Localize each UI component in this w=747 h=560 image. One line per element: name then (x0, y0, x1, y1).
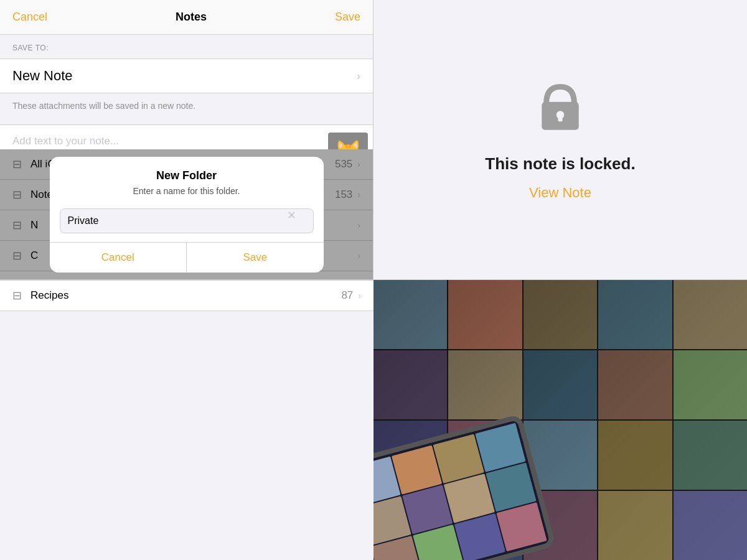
lock-icon-wrap (532, 78, 588, 137)
save-to-label: SAVE TO: (12, 44, 360, 52)
folder-name-input[interactable] (60, 208, 314, 233)
folder-icon: ⊟ (12, 289, 22, 302)
bottom-left-panel: ⊟ Recipes 87 › (0, 280, 374, 560)
locked-note-panel: This note is locked. View Note (374, 0, 747, 280)
add-text-placeholder: Add text to your note... (12, 133, 328, 147)
photo-cell (674, 421, 747, 490)
lock-icon (532, 78, 588, 134)
new-note-panel: Cancel Notes Save SAVE TO: New Note › Th… (0, 0, 374, 280)
folder-name: Recipes (31, 289, 341, 302)
photo-cell (374, 280, 447, 349)
photo-cell (524, 280, 597, 349)
new-folder-dialog: New Folder Enter a name for this folder.… (50, 157, 324, 273)
photo-cell (674, 350, 747, 419)
nav-title: Notes (176, 11, 207, 24)
folder-chevron-icon: › (358, 291, 361, 301)
photo-cell (598, 280, 672, 349)
dialog-input-row: ✕ (50, 200, 324, 242)
photo-cell (598, 421, 672, 490)
photo-cell (598, 491, 672, 560)
svg-rect-2 (558, 115, 562, 122)
dialog-title: New Folder (62, 169, 311, 182)
save-to-section: SAVE TO: (0, 35, 373, 56)
dialog-buttons: Cancel Save (50, 242, 324, 273)
view-note-button[interactable]: View Note (529, 185, 591, 201)
nav-bar: Cancel Notes Save (0, 0, 373, 35)
dialog-overlay: New Folder Enter a name for this folder.… (0, 149, 373, 279)
new-note-label: New Note (12, 68, 73, 84)
cancel-button[interactable]: Cancel (12, 11, 47, 24)
photo-cell (674, 280, 747, 349)
dialog-save-button[interactable]: Save (187, 243, 324, 273)
save-button[interactable]: Save (335, 11, 360, 24)
photo-cell (374, 350, 447, 419)
photo-cell (674, 491, 747, 560)
photo-cell (524, 350, 597, 419)
attachments-info: These attachments will be saved in a new… (0, 93, 373, 118)
photo-cell (598, 350, 672, 419)
clear-input-icon[interactable]: ✕ (287, 208, 296, 222)
chevron-right-icon: › (357, 70, 360, 83)
dialog-input-wrapper: ✕ (60, 208, 314, 233)
photo-cell (448, 280, 522, 349)
photo-panel (374, 280, 747, 560)
dialog-cancel-button[interactable]: Cancel (50, 243, 187, 273)
dialog-subtitle: Enter a name for this folder. (62, 186, 311, 196)
dialog-header: New Folder Enter a name for this folder. (50, 157, 324, 200)
folder-count: 87 (341, 289, 353, 302)
photo-cell (448, 350, 522, 419)
new-note-row[interactable]: New Note › (0, 58, 373, 93)
locked-title: This note is locked. (485, 154, 635, 174)
